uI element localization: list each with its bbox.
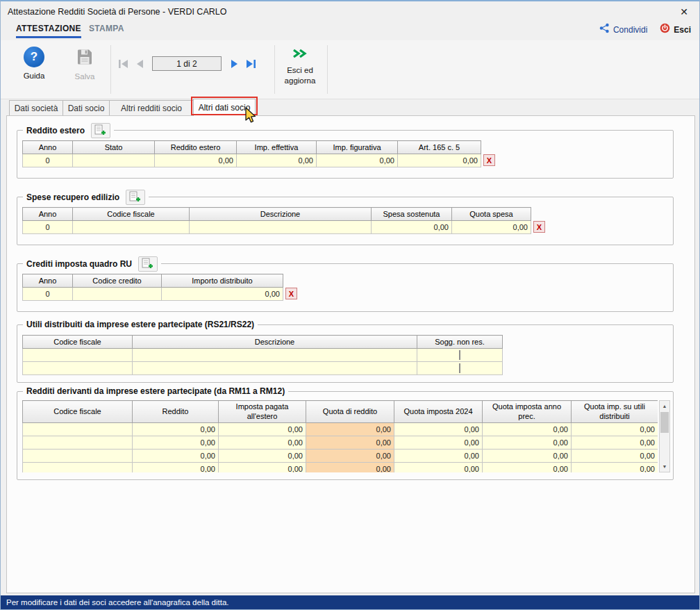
titlebar: Attestazione Redditi Società di Persone … [1,1,699,22]
guida-button[interactable]: ? Guida [13,47,55,80]
grid-cell[interactable]: 0 [23,221,73,234]
grid-cell[interactable]: 0,00 [572,436,658,450]
grid-cell[interactable] [23,349,133,362]
add-record-icon [129,191,142,204]
grid-header: Anno [23,274,73,288]
vertical-scrollbar[interactable]: ▲ ▼ [659,400,670,472]
delete-row-button[interactable]: X [285,288,297,299]
redditi-estere-group: Redditi derivanti da imprese estere part… [17,391,674,480]
grid-cell[interactable]: 0,00 [306,450,394,463]
grid-cell[interactable] [23,436,133,450]
delete-row-button[interactable]: X [533,221,545,233]
section-title: Crediti imposta quadro RU [26,259,132,269]
grid-cell[interactable]: 0,00 [133,463,219,473]
grid-cell[interactable]: 0,00 [483,436,572,450]
grid-cell[interactable]: 0,00 [155,154,237,167]
grid-cell[interactable]: 0,00 [483,450,572,463]
add-record-icon [142,258,154,271]
grid-cell[interactable]: 0,00 [394,450,483,463]
redditi-estere-viewport: Codice fiscale Reddito Imposta pagata al… [22,400,658,472]
grid-header: Importo distribuito [162,274,283,288]
grid-cell[interactable] [133,349,417,362]
add-row-button[interactable] [126,190,145,205]
grid-cell[interactable]: 0,00 [572,423,658,436]
grid-cell[interactable] [23,463,133,473]
grid-cell[interactable]: 0,00 [398,154,481,167]
tab-altri-redditi-socio[interactable]: Altri redditi socio [109,100,194,116]
grid-cell[interactable]: 0,00 [394,436,483,450]
grid-cell[interactable]: 0,00 [237,154,317,167]
add-row-button[interactable] [138,256,158,272]
grid-header: Spesa sostenuta [372,208,452,221]
separator [274,45,275,94]
grid-cell[interactable]: 0,00 [306,436,394,450]
sogg-non-res-checkbox[interactable] [459,363,460,373]
grid-cell[interactable]: 0,00 [394,463,483,473]
grid-cell[interactable]: 0 [23,288,73,301]
grid-cell[interactable] [133,362,417,375]
next-page-icon [230,61,239,72]
exit-refresh-icon [292,47,308,62]
grid-cell[interactable] [73,288,162,301]
tab-dati-societa[interactable]: Dati società [9,100,63,116]
esci-aggiorna-button[interactable]: Esci ed aggiorna [278,47,322,85]
grid-cell[interactable]: 0,00 [572,463,658,473]
grid-cell[interactable]: 0,00 [306,463,394,473]
grid-cell[interactable]: 0,00 [133,450,219,463]
grid-cell[interactable]: 0 [23,154,73,167]
grid-cell[interactable] [23,423,133,436]
add-record-icon [94,124,107,138]
grid-cell[interactable]: 0,00 [452,221,531,234]
grid-header: Quota imposta anno prec. [483,401,572,423]
scroll-thumb[interactable] [660,412,669,433]
grid-cell[interactable]: 0,00 [219,450,306,463]
ribbon-tab-stampa[interactable]: STAMPA [89,24,124,33]
grid-cell[interactable] [23,362,133,375]
grid-cell[interactable]: 0,00 [572,450,658,463]
separator [110,45,111,94]
grid-cell[interactable]: 0,00 [317,154,398,167]
esci-aggiorna-label-1: Esci ed [287,66,313,74]
grid-header: Reddito estero [155,141,237,154]
close-button[interactable]: ✕ [677,5,691,19]
grid-cell[interactable]: 0,00 [133,436,219,450]
scroll-up-button[interactable]: ▲ [660,401,669,411]
tab-dati-socio[interactable]: Dati socio [62,100,110,116]
grid-cell[interactable] [73,154,155,167]
add-row-button[interactable] [91,123,110,138]
nav-next-button[interactable] [230,58,239,72]
status-bar: Per modificare i dati dei soci accedere … [1,595,699,609]
grid-cell[interactable]: 0,00 [219,423,306,436]
grid-cell[interactable]: 0,00 [483,463,572,473]
grid-cell[interactable]: 0,00 [219,436,306,450]
prev-page-icon [135,61,144,72]
reddito-estero-legend: Reddito estero [23,123,114,138]
nav-prev-button[interactable] [135,58,144,72]
delete-row-button[interactable]: X [483,154,495,166]
grid-cell[interactable]: 0,00 [162,288,283,301]
ribbon-tab-attestazione[interactable]: ATTESTAZIONE [16,24,81,38]
share-icon [599,23,610,36]
grid-cell[interactable]: 0,00 [219,463,306,473]
esci-button[interactable]: Esci [660,23,691,36]
nav-first-button[interactable] [117,58,129,72]
page-indicator[interactable]: 1 di 2 [152,56,222,71]
grid-cell[interactable]: 0,00 [133,423,219,436]
esci-aggiorna-label-2: aggiorna [285,76,316,85]
sogg-non-res-checkbox[interactable] [459,350,460,360]
spese-recupero-table: Anno Codice fiscale Descrizione Spesa so… [22,207,531,234]
grid-cell[interactable] [73,221,190,234]
table-row [23,349,503,362]
condividi-button[interactable]: Condividi [599,23,647,36]
salva-label: Salva [75,72,95,81]
grid-cell[interactable]: 0,00 [394,423,483,436]
tab-altri-dati-socio[interactable]: Altri dati socio [193,99,256,116]
grid-cell[interactable]: 0,00 [372,221,452,234]
grid-cell[interactable] [190,221,372,234]
scroll-down-button[interactable]: ▼ [660,461,669,472]
nav-last-button[interactable] [245,58,257,72]
salva-button[interactable]: Salva [67,48,102,81]
grid-cell[interactable]: 0,00 [306,423,394,436]
grid-cell[interactable]: 0,00 [483,423,572,436]
grid-cell[interactable] [23,450,133,463]
